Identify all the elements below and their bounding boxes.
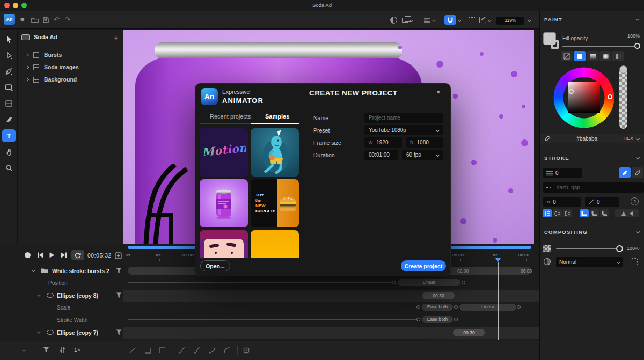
loop-button[interactable] bbox=[71, 250, 84, 260]
zoom-tool[interactable] bbox=[2, 161, 16, 174]
contrast-icon[interactable] bbox=[390, 14, 397, 25]
paint-radial-gradient-button[interactable] bbox=[599, 51, 611, 61]
tune-icon[interactable] bbox=[59, 346, 66, 354]
app-icon[interactable]: An bbox=[4, 14, 15, 25]
hand-tool[interactable] bbox=[2, 145, 16, 158]
keyframe-time-pill[interactable]: 00:30 bbox=[453, 329, 485, 336]
stroke-help-icon[interactable]: ? bbox=[631, 197, 639, 205]
easing-segment[interactable]: Ease both bbox=[422, 304, 453, 311]
edit-mode-button[interactable] bbox=[479, 14, 491, 25]
marquee-icon[interactable] bbox=[469, 14, 475, 25]
track-label[interactable]: Ellipse (copy 8) bbox=[57, 292, 98, 299]
expand-chevron-icon[interactable] bbox=[25, 53, 29, 56]
join-round-button[interactable] bbox=[590, 209, 599, 217]
expand-chevron-icon[interactable] bbox=[25, 65, 29, 69]
stroke-brush-a-button[interactable] bbox=[619, 167, 631, 178]
easing-ease-both-icon[interactable] bbox=[178, 347, 186, 354]
keyframe-handle[interactable] bbox=[517, 305, 521, 309]
track-label[interactable]: Ellipse (copy 7) bbox=[57, 329, 98, 336]
join-bevel-button[interactable] bbox=[600, 209, 609, 217]
hex-value[interactable]: #bababa bbox=[551, 136, 623, 142]
easing-segment[interactable]: Linear bbox=[398, 279, 460, 286]
fill-opacity-slider[interactable] bbox=[562, 46, 639, 47]
keyframe-handle[interactable] bbox=[416, 318, 420, 321]
menu-icon[interactable]: ≡ bbox=[20, 16, 25, 24]
compositing-section-header[interactable]: COMPOSITING bbox=[544, 229, 588, 235]
add-keyframe-icon[interactable] bbox=[115, 252, 122, 259]
expand-chevron-icon[interactable] bbox=[25, 77, 29, 81]
sample-404[interactable]: 404 bbox=[251, 230, 299, 258]
marker-buttons[interactable] bbox=[615, 209, 639, 217]
cap-round-button[interactable] bbox=[553, 209, 562, 217]
opacity-slider[interactable] bbox=[556, 248, 622, 249]
sample-motion[interactable]: Motion bbox=[200, 128, 248, 177]
layer-group-background[interactable]: Background bbox=[26, 76, 77, 83]
keyframe-time-pill[interactable]: 00:30 bbox=[422, 292, 455, 299]
tab-recent-projects[interactable]: Recent projects bbox=[210, 113, 251, 120]
sample-burger[interactable]: TRY the NEW BURGER! bbox=[251, 179, 299, 227]
easing-ease-in-icon[interactable] bbox=[223, 347, 231, 354]
paint-texture-button[interactable] bbox=[612, 51, 624, 61]
keyframe-handle[interactable] bbox=[416, 305, 420, 309]
alpha-slider[interactable] bbox=[619, 69, 627, 129]
hex-mode-chevron[interactable] bbox=[636, 136, 640, 140]
open-folder-icon[interactable] bbox=[31, 17, 39, 25]
easing-hold-end-icon[interactable] bbox=[144, 347, 151, 354]
row-collapse-chevron[interactable] bbox=[37, 293, 41, 297]
keyframe-handle[interactable] bbox=[454, 318, 458, 321]
preset-select[interactable]: YouTube 1080p bbox=[364, 125, 443, 135]
fps-select[interactable]: 60 fps bbox=[402, 150, 443, 160]
text-tool[interactable]: T bbox=[2, 129, 16, 142]
keyframe-handle[interactable] bbox=[462, 281, 465, 284]
keyframe-handle[interactable] bbox=[454, 305, 458, 309]
sv-selector[interactable] bbox=[569, 89, 574, 94]
save-icon[interactable] bbox=[43, 17, 49, 25]
row-collapse-chevron[interactable] bbox=[32, 268, 35, 272]
keyframe-handle[interactable] bbox=[392, 281, 396, 284]
track-label[interactable]: White stroke bursts 2 bbox=[52, 268, 109, 274]
property-label[interactable]: Stroke Width bbox=[57, 317, 87, 323]
select-tool[interactable] bbox=[2, 33, 16, 46]
zoom-level[interactable]: 119% bbox=[496, 17, 524, 25]
playhead-marker[interactable] bbox=[495, 258, 501, 262]
isolate-icon[interactable] bbox=[631, 258, 638, 265]
track-filter-icon[interactable] bbox=[116, 292, 122, 298]
pen-tool[interactable] bbox=[2, 65, 16, 78]
paint-section-header[interactable]: PAINT bbox=[544, 17, 562, 23]
record-button[interactable] bbox=[25, 252, 31, 258]
easing-custom-icon[interactable] bbox=[243, 347, 250, 354]
dash-pattern-input[interactable]: dash, gap, ... bbox=[543, 182, 644, 193]
zoom-chevron[interactable] bbox=[528, 14, 531, 25]
fill-opacity-knob[interactable] bbox=[634, 43, 640, 49]
redo-icon[interactable]: ↷ bbox=[64, 16, 70, 24]
sample-face[interactable] bbox=[200, 230, 248, 258]
scene-header[interactable]: Soda Ad bbox=[21, 34, 57, 40]
easing-segment[interactable]: Linear bbox=[459, 304, 516, 311]
stroke-offset-input[interactable]: <> 0 bbox=[543, 197, 581, 207]
name-input[interactable] bbox=[369, 115, 439, 121]
paint-none-button[interactable] bbox=[561, 51, 573, 61]
undo-icon[interactable]: ↶ bbox=[54, 16, 60, 24]
stroke-collapse-chevron[interactable] bbox=[636, 156, 640, 159]
stroke-width-input[interactable]: 0 bbox=[543, 168, 582, 178]
alpha-knob[interactable] bbox=[619, 65, 627, 74]
track-filter-icon[interactable] bbox=[116, 329, 122, 335]
playback-rate[interactable]: 1× bbox=[74, 347, 80, 353]
rectangle-tool[interactable] bbox=[2, 81, 16, 94]
layer-group-bursts[interactable]: Bursts bbox=[26, 52, 62, 58]
easing-linear-icon[interactable] bbox=[129, 347, 136, 354]
tab-samples[interactable]: Samples bbox=[265, 113, 289, 120]
hue-selector[interactable] bbox=[608, 94, 612, 99]
sample-monster[interactable] bbox=[251, 128, 299, 177]
easing-hold-start-icon[interactable] bbox=[159, 347, 166, 354]
stroke-brush-b-button[interactable] bbox=[632, 167, 643, 178]
name-field[interactable] bbox=[364, 113, 443, 123]
join-miter-button[interactable] bbox=[580, 209, 589, 217]
frame-width-field[interactable]: w 1920 bbox=[364, 137, 402, 148]
duration-field[interactable]: 00:01:00 bbox=[364, 150, 398, 160]
easing-ease-out-icon[interactable] bbox=[208, 347, 216, 354]
compositing-collapse-chevron[interactable] bbox=[636, 230, 640, 233]
property-label[interactable]: Scale bbox=[57, 305, 70, 311]
open-project-button[interactable]: Open... bbox=[200, 260, 230, 271]
stroke-miter-input[interactable]: 0 bbox=[585, 197, 619, 207]
